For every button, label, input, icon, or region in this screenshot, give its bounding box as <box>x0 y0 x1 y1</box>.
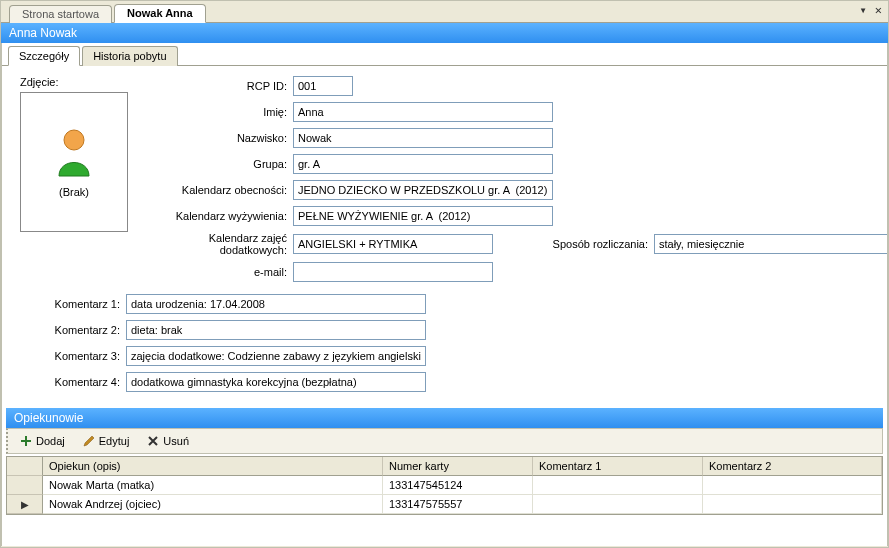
comment1-label: Komentarz 1: <box>20 298 120 310</box>
first-name-label: Imię: <box>152 106 287 118</box>
col-header-guardian[interactable]: Opiekun (opis) <box>43 457 383 476</box>
content-area: Szczegóły Historia pobytu Zdjęcie: (Brak… <box>1 43 888 546</box>
svg-point-0 <box>64 130 84 150</box>
tab-details[interactable]: Szczegóły <box>8 46 80 66</box>
edit-button[interactable]: Edytuj <box>79 433 134 449</box>
window-tabs: Strona startowa Nowak Anna ▾ ✕ <box>1 1 888 23</box>
grid-corner <box>7 457 43 476</box>
last-name-input[interactable] <box>293 128 553 148</box>
add-button-label: Dodaj <box>36 435 65 447</box>
extras-calendar-label: Kalendarz zajęć dodatkowych: <box>152 232 287 256</box>
attendance-calendar-label: Kalendarz obecności: <box>152 184 287 196</box>
cell-card-number: 133147575557 <box>383 495 533 514</box>
current-row-indicator-icon: ▶ <box>21 499 29 510</box>
table-row[interactable]: ▶ Nowak Andrzej (ojciec) 133147575557 <box>7 495 882 514</box>
col-header-comment2[interactable]: Komentarz 2 <box>703 457 882 476</box>
first-name-input[interactable] <box>293 102 553 122</box>
last-name-label: Nazwisko: <box>152 132 287 144</box>
cell-guardian: Nowak Marta (matka) <box>43 476 383 495</box>
cell-comment2 <box>703 476 882 495</box>
meals-calendar-label: Kalendarz wyżywienia: <box>152 210 287 222</box>
row-selector[interactable]: ▶ <box>7 495 43 514</box>
delete-button[interactable]: Usuń <box>143 433 193 449</box>
comment2-label: Komentarz 2: <box>20 324 120 336</box>
email-input[interactable] <box>293 262 493 282</box>
comment3-input[interactable] <box>126 346 426 366</box>
comment1-input[interactable] <box>126 294 426 314</box>
close-icon[interactable]: ✕ <box>875 3 882 17</box>
minimize-icon[interactable]: ▾ <box>860 3 867 17</box>
grid-header-row: Opiekun (opis) Numer karty Komentarz 1 K… <box>7 457 882 476</box>
group-label: Grupa: <box>152 158 287 170</box>
tab-start-page[interactable]: Strona startowa <box>9 5 112 23</box>
comments-block: Komentarz 1: Komentarz 2: Komentarz 3: K… <box>20 294 873 392</box>
fields-column: RCP ID: Imię: Nazwisko: Grupa: <box>152 76 888 288</box>
rcp-id-label: RCP ID: <box>152 80 287 92</box>
window-controls: ▾ ✕ <box>860 3 882 17</box>
delete-button-label: Usuń <box>163 435 189 447</box>
guardians-header: Opiekunowie <box>6 408 883 428</box>
add-button[interactable]: Dodaj <box>16 433 69 449</box>
details-form: Zdjęcie: (Brak) RCP ID: <box>2 66 887 404</box>
person-icon <box>53 126 95 178</box>
photo-placeholder[interactable]: (Brak) <box>20 92 128 232</box>
cell-comment1 <box>533 476 703 495</box>
settlement-label: Sposób rozliczania: <box>513 238 648 250</box>
comment4-label: Komentarz 4: <box>20 376 120 388</box>
rcp-id-input[interactable] <box>293 76 353 96</box>
x-icon <box>147 435 159 447</box>
extras-calendar-input[interactable] <box>293 234 493 254</box>
guardians-grid: Opiekun (opis) Numer karty Komentarz 1 K… <box>6 456 883 515</box>
attendance-calendar-input[interactable] <box>293 180 553 200</box>
group-input[interactable] <box>293 154 553 174</box>
edit-button-label: Edytuj <box>99 435 130 447</box>
comment4-input[interactable] <box>126 372 426 392</box>
comment3-label: Komentarz 3: <box>20 350 120 362</box>
plus-icon <box>20 435 32 447</box>
tab-person[interactable]: Nowak Anna <box>114 4 206 23</box>
cell-card-number: 133147545124 <box>383 476 533 495</box>
record-title-bar: Anna Nowak <box>1 23 888 43</box>
row-selector[interactable] <box>7 476 43 495</box>
detail-tabs: Szczegóły Historia pobytu <box>2 43 887 66</box>
meals-calendar-input[interactable] <box>293 206 553 226</box>
pencil-icon <box>83 435 95 447</box>
email-label: e-mail: <box>152 266 287 278</box>
col-header-comment1[interactable]: Komentarz 1 <box>533 457 703 476</box>
comment2-input[interactable] <box>126 320 426 340</box>
tab-history[interactable]: Historia pobytu <box>82 46 177 66</box>
photo-label: Zdjęcie: <box>20 76 128 88</box>
guardians-toolbar: Dodaj Edytuj Usuń <box>6 428 883 454</box>
cell-guardian: Nowak Andrzej (ojciec) <box>43 495 383 514</box>
table-row[interactable]: Nowak Marta (matka) 133147545124 <box>7 476 882 495</box>
cell-comment1 <box>533 495 703 514</box>
photo-placeholder-text: (Brak) <box>59 186 89 198</box>
cell-comment2 <box>703 495 882 514</box>
photo-column: Zdjęcie: (Brak) <box>20 76 128 288</box>
col-header-card-number[interactable]: Numer karty <box>383 457 533 476</box>
app-window: Strona startowa Nowak Anna ▾ ✕ Anna Nowa… <box>0 0 889 548</box>
settlement-input[interactable] <box>654 234 888 254</box>
